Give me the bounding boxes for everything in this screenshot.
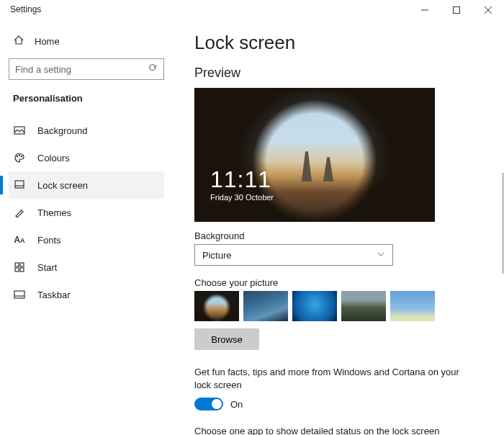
browse-button[interactable]: Browse <box>194 328 259 350</box>
svg-rect-16 <box>14 291 24 298</box>
search-field[interactable] <box>9 58 164 80</box>
sidebar: Home Personalisation Background Colours … <box>0 22 173 435</box>
svg-rect-13 <box>20 263 24 266</box>
picture-thumb-1[interactable] <box>194 291 239 321</box>
titlebar: Settings <box>0 0 504 22</box>
home-label: Home <box>35 36 60 47</box>
lock-screen-icon <box>13 179 26 191</box>
sidebar-item-background[interactable]: Background <box>9 117 164 144</box>
picture-thumb-3[interactable] <box>292 291 337 321</box>
sidebar-item-colours[interactable]: Colours <box>9 144 164 171</box>
background-label: Background <box>194 230 469 241</box>
themes-icon <box>13 207 26 218</box>
toggle-state-label: On <box>230 399 243 410</box>
lock-screen-preview: 11:11 Friday 30 October <box>194 88 435 222</box>
window-title: Settings <box>0 0 41 14</box>
detailed-status-label: Choose one app to show detailed status o… <box>194 425 468 435</box>
svg-rect-1 <box>454 7 460 14</box>
svg-rect-14 <box>15 268 19 272</box>
picture-thumb-5[interactable] <box>390 291 435 321</box>
palette-icon <box>13 152 26 163</box>
svg-rect-12 <box>15 263 19 266</box>
fun-facts-label: Get fun facts, tips and more from Window… <box>194 366 468 392</box>
chevron-down-icon <box>377 250 385 261</box>
image-icon <box>13 125 26 136</box>
sidebar-item-lock-screen[interactable]: Lock screen <box>9 171 164 199</box>
search-input[interactable] <box>9 58 164 80</box>
background-value: Picture <box>202 250 231 261</box>
main-content: Lock screen Preview 11:11 Friday 30 Octo… <box>173 22 504 435</box>
page-title: Lock screen <box>194 32 469 54</box>
category-heading: Personalisation <box>9 93 164 117</box>
close-button[interactable] <box>472 0 504 20</box>
svg-rect-10 <box>15 181 24 188</box>
fonts-icon: AA <box>13 235 26 245</box>
picture-thumb-4[interactable] <box>341 291 386 321</box>
search-icon <box>148 63 158 76</box>
taskbar-icon <box>13 289 26 300</box>
background-dropdown[interactable]: Picture <box>194 244 393 266</box>
svg-point-9 <box>21 156 22 156</box>
svg-rect-15 <box>20 268 24 272</box>
minimize-button[interactable] <box>409 0 441 20</box>
svg-rect-6 <box>14 127 24 134</box>
home-nav[interactable]: Home <box>9 29 164 58</box>
choose-picture-label: Choose your picture <box>194 277 469 288</box>
preview-date: Friday 30 October <box>210 193 274 202</box>
svg-point-7 <box>17 156 17 156</box>
sidebar-item-start[interactable]: Start <box>9 254 164 281</box>
picture-thumbnails <box>194 291 469 321</box>
start-icon <box>13 261 26 273</box>
maximize-button[interactable] <box>441 0 472 20</box>
preview-heading: Preview <box>194 66 469 81</box>
fun-facts-toggle[interactable] <box>194 398 223 411</box>
sidebar-item-themes[interactable]: Themes <box>9 199 164 226</box>
home-icon <box>13 35 24 48</box>
preview-time: 11:11 <box>210 166 274 193</box>
sidebar-item-taskbar[interactable]: Taskbar <box>9 281 164 308</box>
sidebar-item-fonts[interactable]: AA Fonts <box>9 226 164 254</box>
picture-thumb-2[interactable] <box>243 291 288 321</box>
svg-point-8 <box>19 155 19 156</box>
